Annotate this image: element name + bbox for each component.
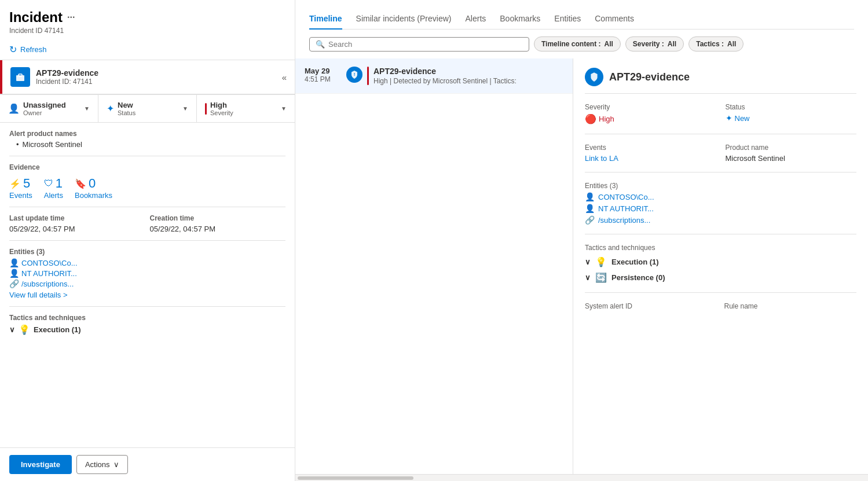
search-box[interactable]: 🔍 [309, 37, 529, 52]
evidence-section: Evidence ⚡ 5 Events 🛡 1 A [9, 163, 285, 200]
detail-entity-2[interactable]: 👤 NT AUTHORIT... [585, 204, 856, 213]
card-id: Incident ID: 47141 [36, 78, 98, 86]
collapse-button[interactable]: « [282, 72, 287, 82]
owner-status-item[interactable]: 👤 Unassigned Owner ▼ [0, 95, 98, 122]
detail-entity-3[interactable]: 🔗 /subscriptions... [585, 215, 856, 225]
detail-panel: APT29-evidence Severity 🔴 High Status ✦ [573, 58, 868, 474]
status-section: Status ✦ New [726, 103, 857, 124]
timeline-item-title: APT29-evidence [373, 67, 563, 76]
detail-entities-section: Entities (3) 👤 CONTOSO\Co... 👤 NT AUTHOR… [585, 182, 856, 225]
severity-filter[interactable]: Severity : All [625, 36, 684, 52]
actions-button[interactable]: Actions ∨ [76, 455, 128, 474]
detail-entity-2-icon: 👤 [585, 204, 595, 213]
events-link-val[interactable]: Link to LA [585, 154, 716, 163]
view-full-details[interactable]: View full details > [9, 291, 285, 299]
alerts-item: 🛡 1 Alerts [44, 176, 63, 200]
left-scroll-area: Alert product names Microsoft Sentinel E… [0, 123, 295, 447]
briefcase-icon [14, 71, 26, 83]
detail-entity-1[interactable]: 👤 CONTOSO\Co... [585, 192, 856, 201]
timeline-item-0[interactable]: May 29 4:51 PM ! APT29-evidence [295, 58, 573, 94]
tab-comments[interactable]: Comments [595, 9, 634, 29]
detail-entities-key: Entities (3) [585, 182, 856, 190]
status-spin-icon: ✦ [726, 113, 733, 123]
entity-2-icon: 👤 [9, 269, 19, 278]
entity-link-2[interactable]: 👤 NT AUTHORIT... [9, 269, 285, 278]
status-label: Status [118, 109, 135, 116]
creation-label: Creation time [150, 214, 286, 222]
owner-label: Owner [23, 109, 66, 116]
timeline-list: May 29 4:51 PM ! APT29-evidence [295, 58, 573, 474]
timeline-scrollbar[interactable] [295, 474, 868, 481]
refresh-button[interactable]: ↻ Refresh [9, 39, 285, 60]
tactic-expand-1[interactable]: ∨ 💡 Execution (1) [585, 256, 856, 267]
alerts-link[interactable]: Alerts [44, 191, 63, 200]
detail-sep-4 [585, 292, 856, 293]
timeline-toolbar: 🔍 Timeline content : All Severity : All … [295, 30, 868, 58]
entity-link-3[interactable]: 🔗 /subscriptions... [9, 279, 285, 288]
status-detail-text: New [735, 114, 750, 123]
severity-bar-indicator [205, 103, 207, 115]
tab-alerts[interactable]: Alerts [465, 9, 486, 29]
shield-svg: ! [350, 70, 359, 79]
divider-4 [9, 306, 285, 307]
timeline-date-0: May 29 4:51 PM [305, 67, 339, 85]
severity-label: Severity [210, 109, 233, 116]
rule-name-section: Rule name [724, 302, 857, 313]
bookmarks-link[interactable]: Bookmarks [75, 191, 112, 200]
system-alert-section: System alert ID [585, 302, 717, 313]
detail-tactics-section: Tactics and techniques ∨ 💡 Execution (1)… [585, 244, 856, 283]
tactic-1-chevron: ∨ [585, 258, 591, 266]
times-section: Last update time 05/29/22, 04:57 PM Crea… [9, 214, 285, 233]
scroll-thumb[interactable] [298, 476, 413, 480]
detail-title-row: APT29-evidence [585, 68, 856, 94]
right-panel: Timeline Similar incidents (Preview) Ale… [295, 0, 868, 481]
severity-status-item[interactable]: High Severity ▼ [197, 95, 295, 122]
tactic-row-1[interactable]: ∨ 💡 Execution (1) [9, 324, 285, 335]
status-spin-icon: ✦ [107, 103, 114, 114]
events-section: Events Link to LA [585, 144, 716, 163]
alert-product-value: Microsoft Sentinel [9, 140, 285, 149]
detail-sep-1 [585, 134, 856, 134]
tactic-1-label: Execution (1) [34, 325, 81, 334]
entity-3-name: /subscriptions... [21, 280, 74, 288]
timeline-time-text: 4:51 PM [305, 75, 339, 83]
timeline-content-filter[interactable]: Timeline content : All [534, 36, 621, 52]
tactic-chevron: ∨ [9, 325, 15, 334]
filter-tactics-val: All [727, 40, 736, 48]
tactic-expand-2[interactable]: ∨ 🔄 Persistence (0) [585, 272, 856, 283]
search-icon: 🔍 [316, 40, 325, 49]
tab-entities[interactable]: Entities [554, 9, 581, 29]
detail-sep-2 [585, 172, 856, 172]
detail-shield-icon [585, 68, 603, 86]
tactic-1-icon: 💡 [19, 324, 30, 335]
timeline-severity-stripe [367, 67, 369, 85]
status-status-item[interactable]: ✦ New Status ▼ [98, 95, 197, 122]
detail-sep-3 [585, 234, 856, 234]
entity-2-name: NT AUTHORIT... [21, 269, 77, 278]
tabs-area: Timeline Similar incidents (Preview) Ale… [295, 0, 868, 30]
filter-tactics-label: Tactics : [696, 40, 724, 48]
more-button[interactable]: ··· [67, 12, 75, 23]
tab-bookmarks[interactable]: Bookmarks [500, 9, 540, 29]
product-section: Product name Microsoft Sentinel [726, 144, 857, 163]
alerts-icon: 🛡 [44, 178, 53, 189]
owner-value: Unassigned [23, 101, 66, 109]
last-update-val: 05/29/22, 04:57 PM [9, 225, 145, 233]
entity-1-icon: 👤 [9, 258, 19, 267]
investigate-button[interactable]: Investigate [9, 455, 72, 474]
events-link[interactable]: Events [9, 191, 32, 200]
last-update-section: Last update time 05/29/22, 04:57 PM [9, 214, 145, 233]
card-title: APT29-evidence [36, 68, 98, 78]
actions-label: Actions [85, 460, 110, 469]
left-panel: Incident ··· Incident ID 47141 ↻ Refresh [0, 0, 295, 481]
tactics-filter[interactable]: Tactics : All [688, 36, 744, 52]
tab-timeline[interactable]: Timeline [309, 9, 342, 29]
product-val: Microsoft Sentinel [726, 154, 857, 163]
tab-similar-incidents[interactable]: Similar incidents (Preview) [356, 9, 452, 29]
search-input[interactable] [328, 40, 523, 49]
refresh-label: Refresh [20, 45, 47, 54]
evidence-row: ⚡ 5 Events 🛡 1 Alerts � [9, 176, 285, 200]
entity-link-1[interactable]: 👤 CONTOSO\Co... [9, 258, 285, 267]
status-bar: 👤 Unassigned Owner ▼ ✦ New Status ▼ High [0, 94, 295, 123]
timeline-date-text: May 29 [305, 67, 339, 75]
